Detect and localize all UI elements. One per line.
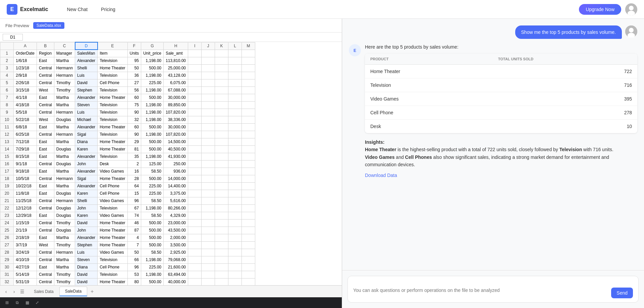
insight-bold-2: Television bbox=[559, 147, 582, 152]
col-m-header[interactable]: M bbox=[242, 42, 255, 50]
top-nav: E Excelmatic New Chat Pricing Upgrade No… bbox=[0, 0, 644, 19]
spreadsheet-wrapper: A B C D E F G H I J K L M bbox=[0, 33, 342, 285]
insights-section: Insights: Home Theater is the highest-se… bbox=[365, 138, 637, 169]
table-row: 84/18/18CentralMarthaStevenTelevision751… bbox=[0, 101, 255, 109]
table-row: 52/26/18CentralTimothyDavidCell Phone272… bbox=[0, 79, 255, 86]
insight-bold-1: Home Theater bbox=[365, 147, 396, 152]
avatar-icon bbox=[625, 3, 637, 15]
svg-point-4 bbox=[629, 28, 634, 33]
table-icon[interactable]: ▦ bbox=[24, 300, 30, 306]
grid-icon[interactable]: ⊞ bbox=[4, 300, 10, 306]
table-row: 137/12/18EastMarthaDianaHome Theater2950… bbox=[0, 138, 255, 145]
user-message-bubble: Show me the top 5 products by sales volu… bbox=[515, 25, 622, 39]
insight-text-1: is the highest-selling product with a to… bbox=[396, 147, 559, 152]
download-link[interactable]: Download Data bbox=[365, 173, 397, 178]
avatar[interactable] bbox=[625, 3, 637, 15]
menu-sheet-icon[interactable]: ☰ bbox=[19, 288, 25, 295]
table-row: Cell Phone278 bbox=[365, 106, 637, 120]
sheet-tab-saledata[interactable]: SaleData bbox=[59, 287, 87, 296]
table-row: 252/1/19CentralDouglasJohnHome Theater87… bbox=[0, 227, 255, 234]
cell-ref-input[interactable] bbox=[3, 34, 23, 41]
col-j-header[interactable]: J bbox=[202, 42, 215, 50]
col-l-header[interactable]: L bbox=[228, 42, 242, 50]
table-header-units: TOTAL UNITS SOLD bbox=[493, 54, 637, 65]
insight-text-2: with 716 units. bbox=[582, 147, 613, 152]
table-row: Desk10 bbox=[365, 120, 637, 133]
col-e-header[interactable]: E bbox=[98, 42, 127, 50]
table-row: 74/1/18EastMarthaAlexanderHome Theater60… bbox=[0, 94, 255, 101]
col-b-header[interactable]: B bbox=[37, 42, 54, 50]
pricing-link[interactable]: Pricing bbox=[96, 4, 121, 15]
copy-icon[interactable]: ⧉ bbox=[14, 300, 20, 306]
table-row: 294/10/19CentralMarthaStevenTelevision66… bbox=[0, 256, 255, 263]
table-row: 315/14/19CentralTimothyDavidTelevision53… bbox=[0, 271, 255, 278]
file-badge[interactable]: SaleData.xlsx bbox=[33, 22, 64, 29]
chat-input-box: Send bbox=[347, 276, 639, 303]
ai-logo-icon: E bbox=[352, 47, 358, 54]
table-row: Television716 bbox=[365, 78, 637, 92]
file-preview-label: File Preview bbox=[5, 23, 29, 28]
ai-message: E Here are the top 5 products by sales v… bbox=[349, 44, 637, 178]
prev-sheet-icon[interactable]: ‹ bbox=[3, 288, 9, 295]
table-row: 1910/22/18EastMarthaAlexanderCell Phone6… bbox=[0, 182, 255, 190]
table-row: 147/29/18EastDouglasKarenHome Theater815… bbox=[0, 145, 255, 153]
user-avatar-icon bbox=[625, 25, 637, 38]
table-row: 95/5/18CentralHermannLuisTelevision901,1… bbox=[0, 109, 255, 116]
sheet-tab-icons: ‹ › ☰ bbox=[3, 288, 25, 295]
insight-text-3: and bbox=[394, 155, 405, 160]
table-row: 126/25/18CentralHermannSigalTelevision90… bbox=[0, 131, 255, 138]
svg-text:E: E bbox=[354, 48, 356, 53]
table-row: 116/8/18EastMarthaAlexanderHome Theater6… bbox=[0, 123, 255, 131]
chat-input-field[interactable] bbox=[353, 288, 608, 298]
chat-messages: Show me the top 5 products by sales volu… bbox=[342, 19, 644, 270]
table-row: 2011/8/18EastDouglasKarenCell Phone15225… bbox=[0, 190, 255, 197]
corner-header bbox=[0, 42, 14, 50]
table-row: 2312/29/18EastDouglasKarenVideo Games745… bbox=[0, 212, 255, 219]
formula-bar bbox=[0, 33, 342, 42]
table-row: 325/31/19CentralTimothyDavidHome Theater… bbox=[0, 278, 255, 285]
spreadsheet-table: A B C D E F G H I J K L M bbox=[0, 42, 255, 285]
ai-intro-text: Here are the top 5 products by sales vol… bbox=[365, 44, 637, 50]
ai-icon: E bbox=[349, 44, 361, 56]
response-table: PRODUCT TOTAL UNITS SOLD Home Theater722… bbox=[365, 54, 637, 133]
new-chat-link[interactable]: New Chat bbox=[62, 4, 93, 15]
logo-icon: E bbox=[7, 4, 17, 15]
table-row: 1810/5/18CentralHermannSigalHome Theater… bbox=[0, 175, 255, 182]
chat-panel: Show me the top 5 products by sales volu… bbox=[342, 19, 644, 308]
table-row: 42/9/18CentralHermannLuisTelevision361,1… bbox=[0, 72, 255, 79]
insights-title: Insights: bbox=[365, 139, 384, 145]
insight-bold-4: Cell Phones bbox=[405, 155, 432, 160]
table-row: 2111/25/18CentralHermannShelliVideo Game… bbox=[0, 197, 255, 204]
table-header-product: PRODUCT bbox=[365, 54, 493, 65]
main-layout: File Preview SaleData.xlsx A B C bbox=[0, 19, 644, 308]
col-i-header[interactable]: I bbox=[188, 42, 202, 50]
col-c-header[interactable]: C bbox=[54, 42, 75, 50]
table-row: 283/24/19CentralHermannLuisVideo Games50… bbox=[0, 249, 255, 256]
add-sheet-button[interactable]: + bbox=[87, 287, 97, 297]
table-row: 158/15/18EastMarthaAlexanderTelevision35… bbox=[0, 153, 255, 160]
logo: E Excelmatic bbox=[7, 4, 48, 15]
insight-bold-3: Video Games bbox=[365, 155, 394, 160]
table-row: 273/7/19WestTimothyStephenHome Theater75… bbox=[0, 241, 255, 249]
table-row: 31/23/18CentralHermannShelliHome Theater… bbox=[0, 64, 255, 72]
expand-icon[interactable]: ⤢ bbox=[34, 300, 40, 306]
user-message: Show me the top 5 products by sales volu… bbox=[349, 25, 637, 39]
send-button[interactable]: Send bbox=[611, 288, 633, 298]
upgrade-button[interactable]: Upgrade Now bbox=[579, 4, 621, 15]
logo-text: Excelmatic bbox=[20, 6, 48, 12]
user-avatar bbox=[625, 25, 637, 38]
sheet-tabs: ‹ › ☰ Sales Data SaleData + bbox=[0, 285, 342, 297]
table-row: 179/18/18EastMarthaAlexanderVideo Games1… bbox=[0, 168, 255, 175]
table-row: 105/22/18WestDouglasMichaelTelevision321… bbox=[0, 116, 255, 123]
col-g-header[interactable]: G bbox=[141, 42, 163, 50]
col-k-header[interactable]: K bbox=[215, 42, 228, 50]
col-f-header[interactable]: F bbox=[127, 42, 141, 50]
next-sheet-icon[interactable]: › bbox=[11, 288, 17, 295]
table-row: Home Theater722 bbox=[365, 65, 637, 78]
sheet-tab-salesdata[interactable]: Sales Data bbox=[28, 287, 59, 296]
col-h-header[interactable]: H bbox=[163, 42, 188, 50]
col-d-header[interactable]: D bbox=[75, 42, 98, 50]
col-a-header[interactable]: A bbox=[14, 42, 37, 50]
status-bar: ⊞ ⧉ ▦ ⤢ bbox=[0, 297, 342, 308]
grid-area[interactable]: A B C D E F G H I J K L M bbox=[0, 42, 342, 285]
